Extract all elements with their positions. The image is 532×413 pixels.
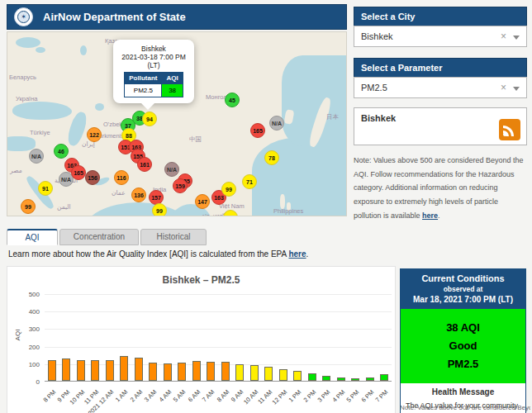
- popup-city: Bishkek: [117, 45, 190, 53]
- city-select[interactable]: Bishkek ×: [354, 26, 527, 47]
- current-conditions-panel: Current Conditions observed at Mar 18, 2…: [400, 268, 526, 413]
- aqi-marker[interactable]: 165: [250, 123, 265, 138]
- chart-bar: [164, 363, 172, 381]
- chart-bar: [221, 362, 230, 381]
- chart-bar: [279, 369, 287, 381]
- app-header: ✶ AirNow Department of State: [7, 4, 347, 30]
- state-department-seal-icon: ✶: [14, 7, 33, 26]
- tab-aqi[interactable]: AQI: [7, 229, 58, 245]
- chart-bar: [380, 374, 388, 381]
- chart-bar: [135, 358, 143, 381]
- aqi-marker[interactable]: 165: [71, 165, 86, 180]
- map-country-label: عمان: [112, 189, 126, 197]
- chart-bar: [106, 360, 114, 381]
- map-popup: Bishkek 2021-03-18 7:00 PM (LT) Pollutan…: [113, 40, 194, 103]
- epa-aqi-link[interactable]: here: [288, 249, 306, 259]
- chart-y-tick: 500: [18, 291, 40, 298]
- chart-bar: [207, 362, 215, 381]
- aqi-marker[interactable]: N/A: [164, 162, 179, 177]
- chart-bar: [322, 376, 330, 381]
- aqi-marker[interactable]: 54: [223, 210, 238, 216]
- chart-bar: [351, 378, 359, 381]
- map-country-label: Беларусь: [9, 74, 36, 81]
- aqi-marker[interactable]: 78: [264, 150, 279, 165]
- health-message-title: Health Message: [406, 387, 520, 396]
- clear-icon[interactable]: ×: [501, 26, 506, 46]
- aqi-marker[interactable]: 122: [87, 127, 102, 142]
- aqi-world-map[interactable]: БеларусьУкраїнаTürkiyeҚазақстанO'zbekist…: [7, 31, 347, 216]
- sidebar-note: Note: Values above 500 are considered Be…: [354, 154, 524, 222]
- chevron-down-icon[interactable]: [513, 87, 520, 91]
- aqi-marker[interactable]: 46: [54, 144, 69, 159]
- chart-bar: [250, 365, 259, 382]
- popup-col-pollutant: Pollutant: [125, 73, 162, 84]
- aqi-marker[interactable]: 157: [149, 190, 164, 205]
- lake-shape: [80, 45, 87, 55]
- learn-more-text: Learn more about how the Air Quality Ind…: [8, 249, 308, 259]
- aqi-marker[interactable]: 45: [225, 93, 240, 107]
- chart-plot-area: 8 PM9 PM10 PM11 PM2021 12 AM1 AM2 AM3 AM…: [45, 294, 392, 382]
- aqi-marker[interactable]: 159: [173, 178, 188, 193]
- south-china-sea-shape: [252, 138, 347, 216]
- tab-concentration[interactable]: Concentration: [59, 229, 139, 245]
- chart-bar: [120, 356, 128, 381]
- rss-icon[interactable]: [499, 119, 520, 140]
- select-parameter-header: Select a Parameter: [354, 58, 527, 77]
- aqi-marker[interactable]: 116: [114, 170, 129, 185]
- current-aqi-category: Good: [401, 337, 525, 355]
- black-sea-shape: [12, 102, 72, 120]
- map-country-label: Україна: [16, 95, 37, 102]
- aqi-marker[interactable]: 99: [152, 203, 167, 216]
- aqi-chart-card: Bishkek – PM2.5 AQI 0100200300400500 8 P…: [7, 266, 396, 413]
- aqi-marker[interactable]: 161: [137, 157, 152, 172]
- chart-y-tick: 100: [18, 361, 40, 368]
- chart-bar: [77, 360, 85, 381]
- app-title: AirNow Department of State: [43, 11, 186, 23]
- popup-col-aqi: AQI: [162, 73, 183, 84]
- aqi-marker[interactable]: 136: [131, 188, 146, 202]
- aqi-marker[interactable]: 99: [21, 199, 36, 214]
- chart-bar: [366, 377, 374, 381]
- chart-bar: [235, 364, 244, 381]
- clear-icon[interactable]: ×: [501, 78, 506, 97]
- aqi-marker[interactable]: 91: [38, 181, 53, 196]
- chart-bar: [91, 360, 99, 381]
- chart-title: Bishkek – PM2.5: [7, 274, 395, 286]
- current-aqi-pollutant: PM2.5: [401, 355, 525, 373]
- chart-bar: [293, 371, 302, 381]
- popup-aqi-value: 38: [162, 84, 183, 97]
- aqi-marker[interactable]: N/A: [29, 149, 44, 164]
- lake-shape: [16, 37, 40, 48]
- parameter-select-value: PM2.5: [361, 83, 387, 93]
- map-country-label: 中国: [189, 135, 202, 144]
- map-country-label: 日本: [326, 113, 339, 121]
- current-conditions-note: Note: Values above 500 are considered Be…: [400, 404, 530, 411]
- chart-bar: [149, 363, 157, 381]
- chart-bar: [308, 373, 316, 381]
- aral-sea-shape: [95, 103, 104, 111]
- lake-shape: [36, 47, 45, 53]
- chart-bar: [178, 363, 186, 381]
- aqi-marker[interactable]: 71: [242, 174, 257, 189]
- chart-bar: [264, 367, 273, 381]
- observed-datetime: Mar 18, 2021 7:00 PM (LT): [403, 295, 523, 304]
- map-country-label: Türkiye: [30, 129, 50, 136]
- tab-historical[interactable]: Historical: [140, 229, 207, 245]
- aqi-marker[interactable]: 156: [85, 170, 100, 185]
- current-aqi-value: 38 AQI: [401, 319, 525, 337]
- observed-at-label: observed at: [403, 285, 523, 293]
- particle-pollution-link[interactable]: here: [422, 211, 438, 220]
- aqi-marker[interactable]: 147: [195, 194, 210, 209]
- chart-y-tick: 300: [18, 325, 40, 333]
- aqi-marker[interactable]: 99: [221, 182, 236, 197]
- rss-panel: Bishkek: [354, 107, 527, 145]
- parameter-select[interactable]: PM2.5 ×: [354, 77, 527, 98]
- map-country-label: Philippines: [273, 207, 303, 215]
- chart-y-tick: 200: [18, 344, 40, 351]
- popup-table: Pollutant AQI PM2.5 38: [124, 72, 183, 97]
- aqi-marker[interactable]: N/A: [269, 116, 284, 131]
- chart-y-tick: 0: [18, 378, 40, 386]
- chevron-down-icon[interactable]: [513, 36, 520, 40]
- popup-timezone: (LT): [117, 61, 190, 69]
- current-aqi-block: 38 AQI Good PM2.5: [401, 309, 525, 383]
